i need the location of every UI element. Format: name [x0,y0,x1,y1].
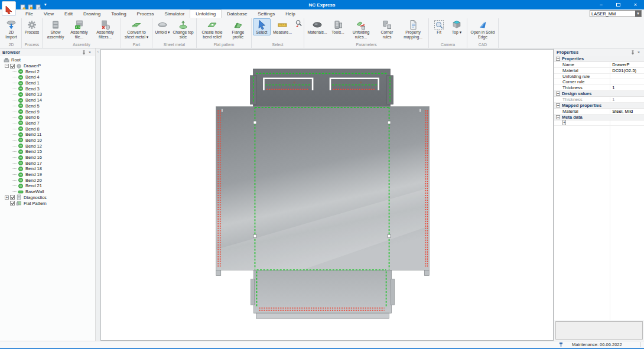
pin-icon[interactable] [81,50,87,56]
menu-tab-drawing[interactable]: Drawing [78,10,106,18]
change-top-side-button[interactable]: Change top side [171,18,195,40]
tree-item-bend-1[interactable]: Bend 1 [0,80,95,86]
tree-item-basewall[interactable]: BaseWall [0,189,95,195]
dropdown-arrow-icon[interactable]: ▼ [635,11,641,17]
menu-tab-unfolding[interactable]: Unfolding [190,9,222,18]
convert-to-sheet-metal-button[interactable]: Convert to sheet metal ▾ [122,18,151,40]
property-value[interactable] [610,120,644,126]
tree-item-bend-3[interactable]: Bend 3 [0,86,95,92]
unfold-button[interactable]: Unfold ▾ [154,18,171,35]
tree-item-flat-pattern[interactable]: Flat Pattern [0,200,95,206]
minimize-button[interactable]: − [593,0,610,9]
tree-item-bend-16[interactable]: Bend 16 [0,155,95,161]
materials-button[interactable]: Materials... [305,18,329,35]
tree-item-bend-17[interactable]: Bend 17 [0,160,95,166]
menu-tab-database[interactable]: Database [222,10,252,18]
unfolding-rules-button[interactable]: Unfolding rules... [347,18,375,40]
flange-profile-button[interactable]: Flange profile [226,18,250,40]
collapse-icon[interactable]: − [556,92,560,96]
app-logo-icon[interactable] [2,1,16,16]
visibility-checkbox[interactable] [10,195,15,200]
collapse-icon[interactable]: − [556,103,560,107]
expand-icon[interactable]: + [562,120,566,125]
collapse-icon[interactable]: − [556,115,560,119]
menu-tab-view[interactable]: View [38,10,59,18]
tree-item-bend-15[interactable]: Bend 15 [0,149,95,155]
fit-button[interactable]: Fit [430,18,448,35]
property-section-properties[interactable]: −Properties [554,56,644,62]
maximize-button[interactable] [610,0,627,9]
machine-selector[interactable]: LASER_MM ▼ [590,10,642,17]
tree-item-bend-7[interactable]: Bend 7 [0,120,95,126]
select-button[interactable]: Select [253,18,271,35]
viewport[interactable] [100,49,554,341]
flat-pattern-part[interactable] [216,69,430,318]
tree-item-bend-6[interactable]: Bend 6 [0,115,95,120]
menu-tab-process[interactable]: Process [132,10,160,18]
open-in-solid-edge-button[interactable]: Open in Solid Edge [469,18,497,40]
pin-icon[interactable] [630,50,636,56]
tree-item-root[interactable]: Root [0,57,95,63]
zoom-selection-icon[interactable] [295,19,303,27]
property-value[interactable]: DC01(O2-5) [610,68,644,73]
menu-tab-edit[interactable]: Edit [59,10,78,18]
panel-splitter[interactable]: ‹ [96,48,100,341]
tree-item-bend-14[interactable]: Bend 14 [0,97,95,103]
property-value[interactable] [610,79,644,84]
close-panel-icon[interactable]: × [636,50,642,56]
tree-item-bend-2[interactable]: Bend 2 [0,69,95,74]
front-flap[interactable] [254,270,392,313]
tree-item-bend-11[interactable]: Bend 11 [0,132,95,138]
property-section-design-values[interactable]: −Design values [554,91,644,97]
property-value[interactable]: 1 [610,85,644,90]
save-doc-icon[interactable] [35,2,41,8]
tree-item-bend-21[interactable]: Bend 21 [0,183,95,189]
property-value[interactable]: Steel, Mild [610,109,644,114]
property-mapping-button[interactable]: Property mapping... [399,18,427,40]
visibility-checkbox[interactable] [10,201,15,206]
property-value[interactable] [610,74,644,79]
expand-icon[interactable]: + [5,195,9,200]
property-section-meta-data[interactable]: −Meta data [554,115,644,120]
open-doc-icon[interactable] [28,2,34,8]
tree-item-bend-9[interactable]: Bend 9 [0,109,95,115]
collapse-icon[interactable]: − [556,57,560,61]
tree-item-bend-8[interactable]: Bend 8 [0,126,95,132]
property-value[interactable]: DrawerP [610,62,644,67]
close-button[interactable]: × [627,0,644,9]
property-value[interactable]: 1 [610,97,644,102]
property-section-mapped-properties[interactable]: −Mapped properties [554,103,644,109]
process-button[interactable]: Process [23,18,41,35]
tree-item-bend-5[interactable]: Bend 5 [0,103,95,109]
menu-tab-settings[interactable]: Settings [252,10,280,18]
tree-item-bend-4[interactable]: Bend 4 [0,74,95,80]
menu-tab-simulator[interactable]: Simulator [160,10,190,18]
corner-rules-button[interactable]: Corner rules [375,18,399,40]
menu-tab-help[interactable]: Help [280,10,300,18]
collapse-icon[interactable]: − [5,64,9,68]
menu-tab-file[interactable]: File [20,10,38,18]
tree-item-bend-10[interactable]: Bend 10 [0,138,95,143]
tree-item-bend-19[interactable]: Bend 19 [0,172,95,178]
close-panel-icon[interactable]: × [87,50,93,56]
tree-item-drawerp[interactable]: −DrawerP [0,63,95,69]
tree-item-bend-20[interactable]: Bend 20 [0,177,95,183]
flat-pattern-canvas[interactable] [101,50,553,340]
menu-tab-tooling[interactable]: Tooling [106,10,131,18]
tree-item-diagnostics[interactable]: +Diagnostics [0,195,95,201]
ribbon-group-label: CAD [469,42,497,48]
top-button[interactable]: Top ▾ [448,18,466,35]
show-assembly-button[interactable]: Show assembly [44,18,67,40]
create-hole-bend-relief-button[interactable]: Create hole bend relief [198,18,226,40]
visibility-checkbox[interactable] [10,64,15,69]
assembly-file-button[interactable]: Assembly file... [67,18,91,40]
tree-item-bend-12[interactable]: Bend 12 [0,143,95,149]
quick-access-dropdown-icon[interactable]: ▾ [44,2,47,7]
tree-item-bend-18[interactable]: Bend 18 [0,166,95,172]
tree-item-bend-13[interactable]: Bend 13 [0,92,95,97]
new-doc-icon[interactable] [20,2,26,8]
measure-button[interactable]: Measure... [271,18,294,35]
assembly-filters-button[interactable]: Assembly filters... [91,18,119,40]
2d-import-button[interactable]: 2D Import [2,18,20,40]
tools-button[interactable]: Tools... [329,18,347,35]
